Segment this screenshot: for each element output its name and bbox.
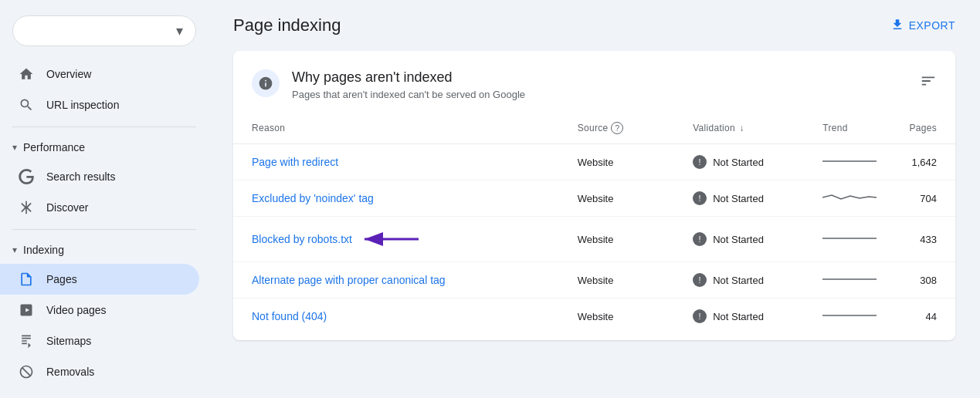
sidebar-item-pages-label: Pages	[46, 273, 77, 285]
table-row: Alternate page with proper canonical tag…	[233, 262, 955, 298]
sidebar-item-search-results-label: Search results	[46, 170, 115, 183]
cell-validation: ! Not Started	[680, 262, 810, 298]
table-row: Page with redirect Website ! Not Started…	[233, 144, 955, 180]
sidebar-item-url-inspection-label: URL inspection	[46, 99, 119, 111]
validation-status-icon: !	[693, 273, 707, 287]
reason-text: Blocked by robots.txt	[252, 233, 352, 245]
sidebar-item-pages[interactable]: Pages	[0, 264, 199, 295]
home-icon	[19, 66, 34, 82]
asterisk-icon	[19, 200, 34, 215]
sidebar-divider-1	[12, 126, 196, 127]
sidebar-item-sitemaps[interactable]: Sitemaps	[0, 325, 199, 356]
cell-trend	[810, 217, 897, 262]
sidebar-item-sitemaps-label: Sitemaps	[46, 335, 91, 347]
validation-text: Not Started	[713, 311, 764, 322]
page-header: Page indexing EXPORT	[233, 15, 955, 35]
cell-trend	[810, 144, 897, 180]
cell-trend	[810, 298, 897, 335]
sidebar: ▾ Overview URL inspection ▾ Performance	[0, 0, 209, 398]
cell-reason[interactable]: Alternate page with proper canonical tag	[233, 262, 565, 298]
sidebar-item-removals[interactable]: Removals	[0, 356, 199, 387]
export-button[interactable]: EXPORT	[890, 18, 955, 34]
main-content: Page indexing EXPORT Why pages aren't in…	[209, 0, 980, 398]
sidebar-section-indexing[interactable]: ▾ Indexing	[0, 236, 209, 264]
reason-text: Not found (404)	[252, 310, 327, 322]
cell-reason[interactable]: Blocked by robots.txt	[233, 217, 565, 262]
cell-validation: ! Not Started	[680, 217, 810, 262]
cell-source: Website	[565, 180, 680, 217]
validation-status-icon: !	[693, 191, 707, 205]
google-g-icon	[19, 169, 34, 184]
cell-reason[interactable]: Excluded by 'noindex' tag	[233, 180, 565, 217]
cell-validation: ! Not Started	[680, 298, 810, 335]
reason-text: Alternate page with proper canonical tag	[252, 274, 446, 286]
source-help-icon[interactable]: ?	[611, 122, 623, 134]
info-icon	[252, 69, 280, 97]
card-heading: Why pages aren't indexed	[292, 69, 525, 86]
card-subheading: Pages that aren't indexed can't be serve…	[292, 89, 525, 100]
sidebar-section-indexing-label: Indexing	[23, 244, 64, 256]
page-title: Page indexing	[233, 15, 341, 35]
col-source: Source ?	[565, 113, 680, 144]
validation-text: Not Started	[713, 193, 764, 204]
indexing-table: Reason Source ? Validation ↓ Trend	[233, 113, 955, 334]
col-trend: Trend	[810, 113, 897, 144]
sidebar-item-url-inspection[interactable]: URL inspection	[0, 89, 199, 120]
cell-trend	[810, 180, 897, 217]
cell-reason[interactable]: Page with redirect	[233, 144, 565, 180]
video-pages-icon	[19, 302, 34, 318]
cell-trend	[810, 262, 897, 298]
table-row: Blocked by robots.txt Website ! Not Star…	[233, 217, 955, 262]
sidebar-divider-2	[12, 229, 196, 230]
cell-pages: 44	[897, 298, 955, 335]
sidebar-section-performance-label: Performance	[23, 141, 85, 153]
sidebar-item-overview[interactable]: Overview	[0, 59, 199, 89]
sort-down-icon: ↓	[740, 123, 744, 133]
sidebar-item-search-results[interactable]: Search results	[0, 161, 199, 192]
removals-icon	[19, 364, 34, 379]
cell-pages: 1,642	[897, 144, 955, 180]
filter-icon[interactable]	[920, 73, 937, 93]
sidebar-item-video-pages-label: Video pages	[46, 304, 107, 316]
annotation-arrow-icon	[358, 228, 420, 251]
sidebar-item-video-pages[interactable]: Video pages	[0, 295, 199, 325]
export-icon	[890, 18, 904, 34]
sidebar-section-performance[interactable]: ▾ Performance	[0, 133, 209, 161]
export-label: EXPORT	[909, 19, 955, 32]
search-icon	[19, 97, 34, 113]
cell-reason[interactable]: Not found (404)	[233, 298, 565, 335]
sidebar-item-discover-label: Discover	[46, 201, 88, 214]
pages-icon	[19, 272, 34, 287]
card-header-left: Why pages aren't indexed Pages that aren…	[252, 69, 525, 100]
cell-pages: 308	[897, 262, 955, 298]
validation-status-icon: !	[693, 155, 707, 169]
cell-validation: ! Not Started	[680, 144, 810, 180]
reason-text: Excluded by 'noindex' tag	[252, 192, 374, 204]
reason-text: Page with redirect	[252, 156, 338, 168]
col-reason: Reason	[233, 113, 565, 144]
sidebar-item-removals-label: Removals	[46, 366, 94, 378]
validation-status-icon: !	[693, 232, 707, 246]
table-body: Page with redirect Website ! Not Started…	[233, 144, 955, 335]
card-header: Why pages aren't indexed Pages that aren…	[233, 51, 955, 113]
indexing-table-wrap: Reason Source ? Validation ↓ Trend	[233, 113, 955, 340]
table-row: Excluded by 'noindex' tag Website ! Not …	[233, 180, 955, 217]
table-header: Reason Source ? Validation ↓ Trend	[233, 113, 955, 144]
validation-text: Not Started	[713, 275, 764, 286]
sidebar-item-overview-label: Overview	[46, 68, 91, 80]
cell-source: Website	[565, 262, 680, 298]
cell-source: Website	[565, 144, 680, 180]
cell-pages: 433	[897, 217, 955, 262]
sidebar-item-discover[interactable]: Discover	[0, 192, 199, 223]
cell-validation: ! Not Started	[680, 180, 810, 217]
card-header-text: Why pages aren't indexed Pages that aren…	[292, 69, 525, 100]
property-dropdown[interactable]: ▾	[12, 15, 196, 46]
cell-source: Website	[565, 217, 680, 262]
cell-pages: 704	[897, 180, 955, 217]
sitemaps-icon	[19, 333, 34, 349]
col-validation[interactable]: Validation ↓	[680, 113, 810, 144]
validation-status-icon: !	[693, 309, 707, 323]
validation-text: Not Started	[713, 234, 764, 245]
indexing-card: Why pages aren't indexed Pages that aren…	[233, 51, 955, 340]
chevron-down-icon: ▾	[176, 22, 183, 39]
